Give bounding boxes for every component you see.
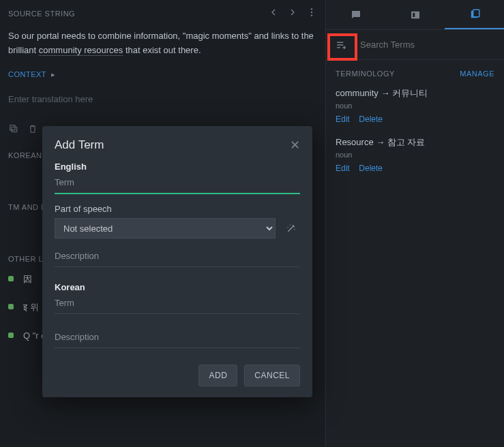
edit-term-link[interactable]: Edit [336, 164, 350, 173]
translation-input[interactable]: Enter translation here [0, 83, 325, 115]
edit-term-link[interactable]: Edit [336, 114, 350, 124]
close-icon[interactable]: ✕ [290, 139, 300, 151]
english-description-input[interactable] [55, 245, 300, 267]
source-string-text: So our portal needs to combine informati… [0, 27, 325, 66]
add-term-button[interactable] [329, 32, 355, 58]
korean-label: Korean [55, 282, 300, 292]
english-label: English [55, 161, 300, 172]
add-button[interactable]: ADD [198, 365, 237, 386]
term-text: community → 커뮤니티 [336, 87, 494, 99]
copy-icon[interactable] [8, 123, 19, 136]
korean-term-input[interactable] [55, 292, 300, 314]
svg-rect-3 [12, 127, 16, 132]
tab-comments[interactable] [326, 0, 385, 29]
manage-link[interactable]: MANAGE [460, 70, 494, 78]
source-string-label: SOURCE STRING [8, 10, 75, 18]
term-text: Resource → 참고 자료 [336, 136, 494, 149]
terminology-panel: TERMINOLOGY MANAGE community → 커뮤니티 noun… [325, 0, 504, 447]
svg-point-2 [311, 14, 312, 16]
term-pos: noun [336, 151, 494, 159]
cancel-button[interactable]: CANCEL [244, 365, 300, 386]
svg-rect-5 [411, 11, 419, 18]
pos-label: Part of speech [55, 204, 300, 214]
terminology-header: TERMINOLOGY [336, 70, 395, 78]
context-toggle[interactable]: CONTEXT ▸ [0, 66, 325, 83]
tab-info[interactable] [385, 0, 445, 29]
term-entry: community → 커뮤니티 noun Edit Delete [326, 83, 504, 132]
add-term-modal: Add Term ✕ English Part of speech Not se… [42, 126, 312, 397]
delete-term-link[interactable]: Delete [359, 164, 383, 173]
tab-terminology[interactable] [445, 0, 504, 29]
svg-rect-8 [473, 10, 479, 17]
svg-rect-4 [10, 125, 15, 129]
next-arrow-icon[interactable] [287, 7, 298, 20]
svg-point-0 [311, 8, 312, 10]
term-pos: noun [336, 102, 494, 110]
trash-icon[interactable] [27, 123, 38, 136]
korean-description-input[interactable] [55, 326, 300, 348]
magic-wand-icon[interactable] [282, 219, 300, 237]
svg-point-1 [311, 12, 312, 13]
modal-title: Add Term [55, 138, 104, 152]
svg-rect-6 [413, 13, 415, 17]
more-menu-icon[interactable] [306, 7, 317, 20]
english-term-input[interactable] [55, 172, 300, 194]
search-terms-input[interactable] [355, 40, 504, 50]
pos-select[interactable]: Not selected [55, 218, 276, 238]
delete-term-link[interactable]: Delete [359, 114, 383, 124]
prev-arrow-icon[interactable] [268, 7, 279, 20]
term-entry: Resource → 참고 자료 noun Edit Delete [326, 132, 504, 181]
